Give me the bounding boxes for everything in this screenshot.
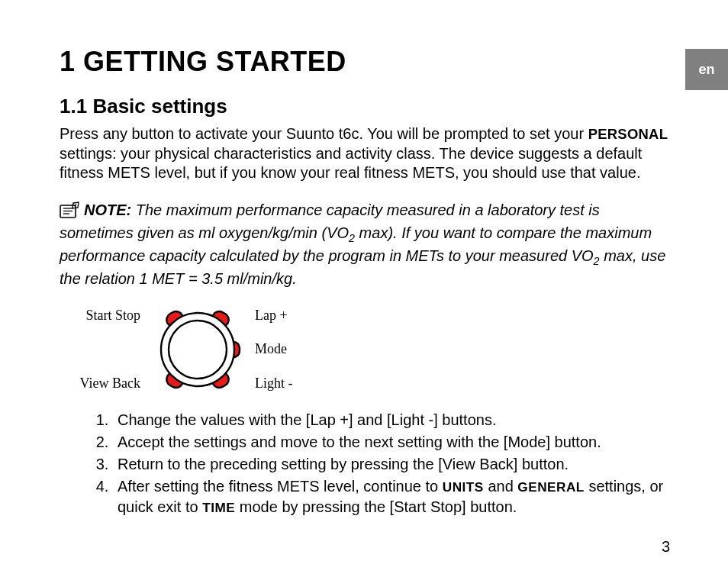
label-view-back: View Back (61, 376, 140, 392)
page-content: 1 GETTING STARTED 1.1 Basic settings Pre… (0, 0, 728, 517)
diagram-labels-right: Lap + Mode Light - (255, 308, 316, 392)
text: and (484, 478, 517, 495)
chapter-title: GETTING STARTED (83, 46, 346, 77)
label-start-stop: Start Stop (61, 308, 140, 324)
note-label: NOTE: (84, 201, 131, 218)
label-mode: Mode (255, 341, 316, 357)
page-number: 3 (662, 538, 670, 556)
diagram-labels-left: Start Stop View Back (61, 308, 140, 392)
step-1: Change the values with the [Lap +] and [… (113, 410, 670, 430)
watch-icon (148, 300, 247, 399)
text: settings: your physical characteristics … (60, 145, 642, 182)
text: Press any button to activate your Suunto… (60, 125, 588, 142)
smallcaps-time: TIME (202, 500, 235, 515)
step-3: Return to the preceding setting by press… (113, 454, 670, 475)
subscript: 2 (594, 255, 600, 267)
label-lap-plus: Lap + (255, 308, 316, 324)
section-number: 1.1 (60, 95, 87, 118)
smallcaps-general: GENERAL (517, 479, 585, 495)
section-title: Basic settings (92, 95, 227, 118)
language-tab: en (685, 49, 728, 90)
text: mode by pressing the [Start Stop] button… (235, 498, 517, 515)
smallcaps-units: UNITS (443, 479, 484, 495)
label-light-minus: Light - (255, 376, 316, 392)
svg-point-11 (169, 321, 227, 379)
smallcaps-personal: PERSONAL (588, 126, 668, 142)
chapter-number: 1 (60, 46, 76, 77)
subscript: 2 (349, 232, 355, 244)
section-heading: 1.1 Basic settings (60, 95, 670, 118)
step-2: Accept the settings and move to the next… (113, 432, 670, 453)
text: After setting the fitness METS level, co… (118, 478, 443, 495)
watch-diagram: Start Stop View Back Lap + Mode Light - (61, 300, 670, 399)
note-icon (60, 201, 81, 223)
intro-paragraph: Press any button to activate your Suunto… (60, 124, 670, 183)
step-4: After setting the fitness METS level, co… (113, 476, 670, 517)
chapter-heading: 1 GETTING STARTED (60, 46, 670, 78)
note-paragraph: NOTE: The maximum performance capacity m… (60, 200, 670, 289)
steps-list: Change the values with the [Lap +] and [… (113, 410, 670, 517)
